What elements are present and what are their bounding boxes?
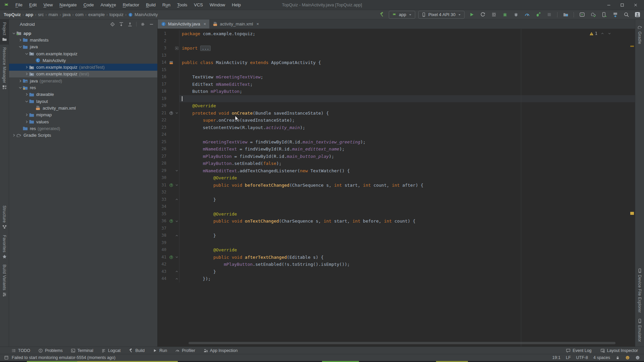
fold-marker-icon[interactable] [175,255,179,259]
code-text[interactable]: EditText mNameEditText; [179,81,635,88]
feedback-frown-icon[interactable] [635,355,640,360]
breadcrumb-src[interactable]: src [37,12,45,17]
code-text[interactable]: } [179,232,635,239]
expand-all-icon[interactable] [119,22,124,27]
tree-chevron-icon[interactable] [12,31,16,36]
code-text[interactable]: mPlayButton.setEnabled(!s.toString().isE… [179,261,635,268]
implements-method-icon[interactable] [169,183,173,187]
project-view-selector[interactable]: Android [20,22,35,27]
device-manager-button[interactable] [600,11,608,18]
code-text[interactable]: }); [179,275,635,283]
lock-icon[interactable] [615,356,620,360]
code-text[interactable]: import ... [179,45,635,52]
tab-mainactivity-java[interactable]: CMainActivity.java× [158,19,209,28]
tree-item-app[interactable]: app [9,30,157,37]
tool-button-layout-inspector[interactable]: Layout Inspector [600,348,638,353]
breadcrumb-com[interactable]: com [74,12,85,17]
tree-chevron-icon[interactable] [24,99,29,104]
chevron-down-icon[interactable] [37,22,41,26]
tool-button-event-log[interactable]: Event Log [566,348,591,353]
implements-method-icon[interactable] [169,255,173,259]
tree-chevron-icon[interactable] [24,72,29,76]
code-text[interactable] [179,239,635,247]
tree-item-java[interactable]: java [9,44,157,50]
tree-chevron-icon[interactable] [24,113,29,117]
tree-item-res[interactable]: res [9,84,157,91]
code-text[interactable] [179,95,635,103]
tree-chevron-icon[interactable] [12,133,16,137]
tool-button-app-inspection[interactable]: App Inspection [203,348,238,353]
apply-changes-restart-activity-button[interactable] [479,11,487,18]
fold-marker-icon[interactable] [175,183,179,187]
tool-button-problems[interactable]: Problems [38,348,63,353]
menu-edit[interactable]: Edit [26,2,40,7]
code-text[interactable]: protected void onCreate(Bundle savedInst… [179,110,635,117]
profile-or-debug-apk-button[interactable] [561,11,570,18]
fold-marker-icon[interactable] [175,277,179,281]
breadcrumb-java[interactable]: java [62,12,72,17]
run-configuration-select[interactable]: app [389,11,415,19]
tree-item-mainactivity[interactable]: C MainActivity [9,57,157,64]
code-text[interactable]: } [179,196,635,203]
sync-project-gradle-button[interactable] [589,11,597,18]
code-text[interactable]: public void beforeTextChanged(CharSequen… [179,182,635,189]
menu-refactor[interactable]: Refactor [119,2,143,7]
profile-app-button[interactable] [523,11,531,18]
menu-analyze[interactable]: Analyze [97,2,119,7]
debug-button[interactable] [501,11,509,18]
code-text[interactable]: TextView mGreetingTextView; [179,73,635,81]
menu-window[interactable]: Window [206,2,228,7]
code-text[interactable]: mGreetingTextView = findViewById(R.id.ma… [179,138,635,146]
stripe-warning-mark[interactable] [630,46,634,47]
fold-marker-icon[interactable] [175,219,179,223]
menu-file[interactable]: File [12,2,26,7]
close-button[interactable] [633,3,638,7]
tree-chevron-icon[interactable] [24,52,29,56]
code-text[interactable]: super.onCreate(savedInstanceState); [179,117,635,124]
tree-chevron-icon[interactable] [24,120,29,124]
code-text[interactable] [179,52,635,59]
code-text[interactable]: setContentView(R.layout.activity_main); [179,124,635,131]
implements-method-icon[interactable] [169,219,173,223]
close-tab-icon[interactable]: × [256,21,259,26]
tree-chevron-icon[interactable] [18,79,22,83]
menu-view[interactable]: View [40,2,56,7]
breadcrumb-app[interactable]: app [24,12,34,17]
fold-marker-icon[interactable] [175,234,179,238]
minimize-button[interactable] [606,3,611,7]
tree-chevron-icon[interactable] [24,92,29,97]
tree-item-gradle-scripts[interactable]: Gradle Scripts [9,132,157,138]
tool-button-gradle[interactable]: Gradle [635,22,644,47]
locate-file-icon[interactable] [110,22,115,27]
indent-style[interactable]: 4 spaces [593,355,610,360]
tool-button-todo[interactable]: TODO [11,348,30,353]
attach-debugger-button[interactable] [512,11,520,18]
code-text[interactable]: public void afterTextChanged(Editable s)… [179,254,635,261]
code-text[interactable]: public class MainActivity extends AppCom… [179,59,635,66]
fold-marker-icon[interactable] [175,46,179,50]
device-select[interactable]: Pixel 4 API 30 [418,11,465,19]
tree-chevron-icon[interactable] [24,65,29,69]
code-text[interactable] [179,189,635,196]
code-text[interactable]: @Override [179,246,635,254]
stripe-caret-mark[interactable] [630,212,634,215]
tree-item-res-generated[interactable]: res(generated) [9,125,157,132]
code-text[interactable]: @Override [179,174,635,182]
code-text[interactable] [179,66,635,74]
tree-item-activity-main-xml[interactable]: </> activity_main.xml [9,105,157,111]
code-text[interactable]: } [179,268,635,276]
file-encoding[interactable]: UTF-8 [576,355,588,360]
fold-marker-icon[interactable] [175,269,179,274]
tree-item-values[interactable]: values [9,118,157,125]
tool-button-project[interactable]: Project [0,19,9,45]
run-button[interactable] [468,11,476,18]
close-tab-icon[interactable]: × [204,21,206,26]
apply-code-changes-button[interactable] [490,11,498,18]
breadcrumb-topquiz[interactable]: TopQuiz [3,12,22,17]
menu-navigate[interactable]: Navigate [56,2,80,7]
code-text[interactable]: mPlayButton = findViewById(R.id.main_but… [179,153,635,160]
overrides-method-icon[interactable] [169,111,173,115]
code-text[interactable] [179,131,635,138]
tab-activity-main-xml[interactable]: </>activity_main.xml× [209,19,262,28]
code-text[interactable]: package com.example.topquiz; [179,30,635,38]
